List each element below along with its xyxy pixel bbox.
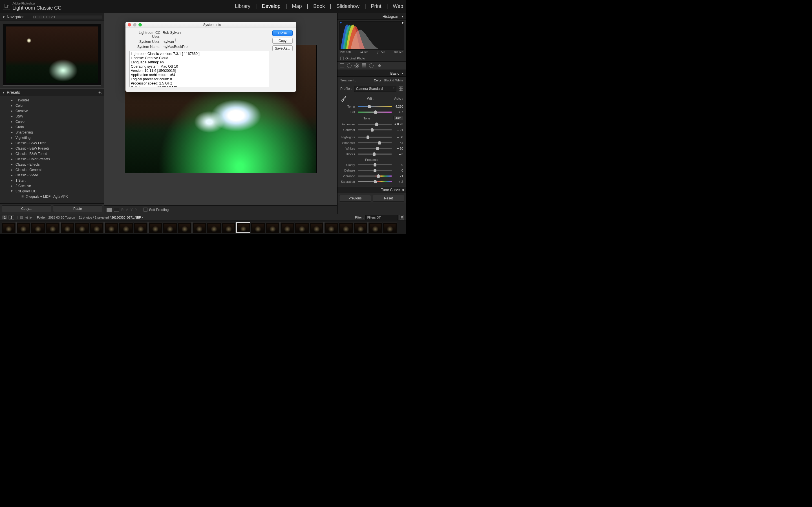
adjustment-brush-icon[interactable] [376, 63, 383, 68]
loupe-view-icon[interactable] [107, 208, 112, 212]
preset-group[interactable]: ▶Favorites [0, 98, 104, 103]
copy-settings-button[interactable]: Copy... [2, 205, 51, 212]
toolbar-letter[interactable]: A [126, 208, 128, 212]
preset-group[interactable]: ▶Classic - Effects [0, 162, 104, 167]
whites-slider[interactable]: Whites+ 20 [340, 146, 403, 151]
highlights-slider[interactable]: Highlights– 50 [340, 134, 403, 140]
reset-button[interactable]: Reset [373, 195, 405, 202]
module-web[interactable]: Web [393, 3, 403, 9]
preset-group[interactable]: ▶Classic - B&W Toned [0, 151, 104, 156]
paste-settings-button[interactable]: Paste [53, 205, 103, 212]
module-print[interactable]: Print [371, 3, 382, 9]
display-1-button[interactable]: 1 [2, 216, 7, 219]
preset-group[interactable]: ▶Classic - Color Presets [0, 156, 104, 162]
filmstrip-thumb[interactable] [31, 222, 45, 233]
save-as-button[interactable]: Save As... [272, 45, 293, 51]
filmstrip-thumb[interactable] [207, 222, 221, 233]
profile-browser-icon[interactable] [399, 87, 403, 91]
filmstrip-thumb[interactable] [119, 222, 133, 233]
filmstrip-thumb[interactable] [148, 222, 162, 233]
filmstrip-thumb[interactable] [383, 222, 397, 233]
filmstrip-thumb[interactable] [295, 222, 309, 233]
display-2-button[interactable]: 2 [8, 215, 14, 220]
histogram-header[interactable]: Histogram▼ [338, 13, 406, 20]
before-after-view-icon[interactable] [114, 208, 119, 212]
filmstrip-thumb[interactable] [221, 222, 236, 233]
module-map[interactable]: Map [292, 3, 302, 9]
toolbar-letter[interactable]: Y [131, 208, 133, 212]
filmstrip-thumb[interactable] [280, 222, 294, 233]
dehaze-slider[interactable]: Dehaze0 [340, 168, 403, 173]
toolbar-letter[interactable]: Y [135, 208, 137, 212]
filmstrip-thumb[interactable] [16, 222, 31, 233]
previous-button[interactable]: Previous [339, 195, 371, 202]
temp-slider[interactable]: Temp4,250 [340, 104, 403, 109]
navigator-zoom-options[interactable]: FIT FILL 1:1 2:1 [33, 15, 102, 18]
preset-item[interactable]: X-equals + LIDF - Agfa APX [0, 194, 104, 199]
preset-group[interactable]: ▶Classic - General [0, 167, 104, 172]
filmstrip-thumb[interactable] [192, 222, 206, 233]
presets-header[interactable]: ▼ Presets +. [0, 89, 104, 96]
add-preset-icon[interactable]: +. [98, 90, 102, 95]
navigator-thumbnail[interactable] [3, 24, 101, 86]
filmstrip-thumb[interactable] [2, 222, 16, 233]
system-info-text[interactable] [130, 51, 269, 87]
preset-group[interactable]: ▶Grain [0, 124, 104, 129]
wb-eyedropper-icon[interactable] [340, 95, 347, 102]
current-filename[interactable]: 20180320_0271.NEF [111, 216, 141, 219]
preset-group[interactable]: ▶Creative [0, 108, 104, 114]
filmstrip-thumb[interactable] [90, 222, 104, 233]
graduated-filter-icon[interactable] [362, 63, 366, 68]
filmstrip-thumb[interactable] [75, 222, 89, 233]
histogram-chart[interactable] [339, 21, 404, 50]
original-photo-checkbox[interactable]: Original Photo [338, 55, 406, 61]
filmstrip-thumb[interactable] [46, 222, 60, 233]
preset-group[interactable]: ▶Color [0, 103, 104, 108]
tone-auto-button[interactable]: Auto [393, 116, 403, 120]
filmstrip-view-icons[interactable]: ▦ ◀ ▶ [19, 216, 33, 219]
crop-tool-icon[interactable] [340, 63, 344, 68]
filmstrip-thumb[interactable] [266, 222, 280, 233]
filmstrip-thumb[interactable] [134, 222, 148, 233]
filter-select[interactable]: Filters Off [365, 215, 398, 220]
saturation-slider[interactable]: Saturation+ 2 [340, 179, 403, 184]
folder-name[interactable]: 2018-03-20 Tuscon [48, 216, 75, 219]
navigator-header[interactable]: ▼ Navigator FIT FILL 1:1 2:1 [0, 13, 104, 21]
filmstrip-thumb[interactable] [354, 222, 368, 233]
filmstrip-thumb[interactable] [236, 222, 250, 233]
filmstrip-thumb[interactable] [339, 222, 353, 233]
preset-group[interactable]: ▶Classic - B&W Filter [0, 140, 104, 146]
dialog-titlebar[interactable]: System Info [125, 22, 296, 28]
close-button[interactable]: Close [272, 30, 293, 36]
preset-group-expanded[interactable]: ▶3 xEquals LIDF [0, 188, 104, 194]
clarity-slider[interactable]: Clarity0 [340, 162, 403, 168]
preset-group[interactable]: ▶B&W [0, 114, 104, 119]
toolbar-letter[interactable]: R [121, 208, 124, 212]
radial-filter-icon[interactable] [369, 63, 373, 68]
filmstrip-thumb[interactable] [177, 222, 192, 233]
vibrance-slider[interactable]: Vibrance+ 21 [340, 173, 403, 179]
filmstrip[interactable] [0, 221, 406, 234]
preset-group[interactable]: ▶Sharpening [0, 129, 104, 135]
exposure-slider[interactable]: Exposure+ 0.93 [340, 121, 403, 127]
filter-lock-icon[interactable]: ⊞ [400, 215, 404, 220]
preset-group[interactable]: ▶Curve [0, 119, 104, 124]
blacks-slider[interactable]: Blacks– 3 [340, 151, 403, 157]
copy-button[interactable]: Copy [272, 38, 293, 44]
shadows-slider[interactable]: Shadows+ 34 [340, 140, 403, 146]
filmstrip-thumb[interactable] [324, 222, 338, 233]
preset-group[interactable]: ▶Vignetting [0, 135, 104, 140]
preset-group[interactable]: ▶Classic - Video [0, 172, 104, 178]
module-develop[interactable]: Develop [262, 3, 281, 9]
module-library[interactable]: Library [235, 3, 250, 9]
spot-removal-icon[interactable] [347, 63, 352, 68]
module-book[interactable]: Book [313, 3, 325, 9]
contrast-slider[interactable]: Contrast– 21 [340, 127, 403, 133]
preset-group[interactable]: ▶1 Start [0, 178, 104, 183]
tonecurve-header[interactable]: Tone Curve◀ [338, 186, 406, 193]
filmstrip-thumb[interactable] [251, 222, 265, 233]
profile-select[interactable]: Camera Standard ▾ [354, 86, 396, 92]
preset-group[interactable]: ▶2 Creative [0, 183, 104, 188]
treatment-bw[interactable]: Black & White [384, 78, 403, 82]
treatment-color[interactable]: Color [374, 78, 381, 82]
